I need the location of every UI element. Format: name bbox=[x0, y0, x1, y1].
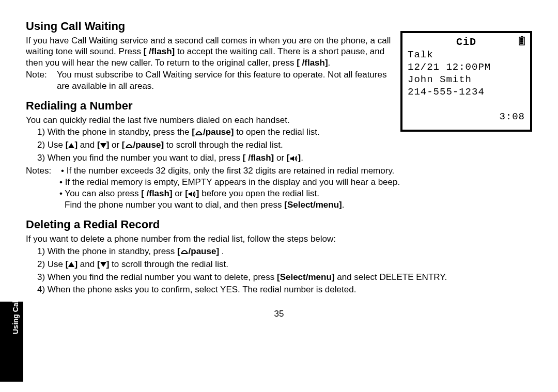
flash-key: [ /flash] bbox=[243, 153, 274, 163]
select-menu-key: [Select/menu] bbox=[277, 272, 334, 282]
lcd-cid-label: CiD bbox=[456, 36, 476, 48]
down-arrow-icon bbox=[100, 262, 106, 267]
lcd-display: CiD Talk 12/21 12:00PM John Smith 214-55… bbox=[400, 31, 532, 132]
svg-marker-8 bbox=[292, 156, 294, 161]
down-arrow-icon bbox=[100, 143, 106, 148]
redial-notes: Notes: • If the number exceeds 32 digits… bbox=[26, 165, 532, 211]
delete-step-3: 3) When you find the redial number you w… bbox=[37, 272, 532, 284]
flash-key: [ /flash] bbox=[144, 46, 175, 56]
call-waiting-body: If you have Call Waiting service and a s… bbox=[26, 35, 398, 68]
svg-rect-2 bbox=[520, 38, 523, 40]
svg-rect-9 bbox=[189, 193, 190, 195]
redial-pause-key: [/pause] bbox=[122, 140, 164, 150]
call-waiting-note: Note: You must subscribe to Call Waiting… bbox=[26, 69, 398, 92]
svg-rect-3 bbox=[520, 40, 523, 42]
delete-step-1: 1) With the phone in standby, press [/pa… bbox=[37, 246, 532, 258]
heading-deleting: Deleting a Redial Record bbox=[26, 218, 532, 231]
svg-marker-10 bbox=[190, 192, 192, 197]
redial-step-3: 3) When you find the number you want to … bbox=[37, 152, 532, 164]
delete-intro: If you want to delete a phone number fro… bbox=[26, 233, 532, 244]
lcd-number: 214-555-1234 bbox=[408, 86, 525, 98]
speaker-key: [] bbox=[287, 153, 301, 163]
svg-rect-4 bbox=[520, 42, 523, 44]
flash-key: [ /flash] bbox=[297, 58, 328, 68]
up-arrow-icon bbox=[68, 262, 74, 267]
delete-step-2: 2) Use [] and [] to scroll through the r… bbox=[37, 259, 532, 271]
page-number: 35 bbox=[26, 309, 532, 319]
speaker-key: [] bbox=[185, 189, 199, 198]
battery-icon bbox=[519, 36, 525, 48]
redial-pause-key: [[ /pause]/pause] bbox=[192, 127, 234, 137]
redial-step-2: 2) Use [] and [] or [/pause] to scroll t… bbox=[37, 139, 532, 151]
redial-pause-key: [/pause] bbox=[177, 246, 219, 256]
flash-key: [ /flash] bbox=[141, 189, 172, 198]
select-menu-key: [Select/menu] bbox=[284, 200, 342, 210]
manual-page: CiD Talk 12/21 12:00PM John Smith 214-55… bbox=[0, 0, 558, 330]
delete-step-4: 4) When the phone asks you to confirm, s… bbox=[37, 284, 532, 296]
up-arrow-icon bbox=[68, 143, 74, 148]
lcd-timer: 3:08 bbox=[408, 111, 525, 122]
side-tab-text: Using Caller ID, Call Waiting, and Redia… bbox=[11, 252, 20, 334]
lcd-talk: Talk bbox=[408, 49, 525, 60]
lcd-datetime: 12/21 12:00PM bbox=[408, 61, 525, 73]
lcd-name: John Smith bbox=[408, 74, 525, 85]
svg-rect-7 bbox=[290, 158, 292, 160]
